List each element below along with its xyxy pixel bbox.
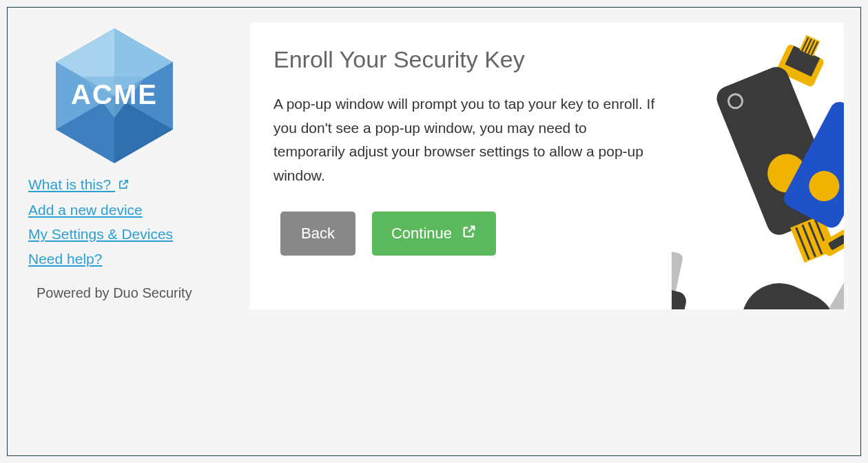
external-link-icon: [118, 174, 130, 197]
link-label: Add a new device: [28, 202, 143, 218]
svg-rect-35: [730, 271, 844, 309]
link-label: My Settings & Devices: [28, 226, 173, 242]
link-what-is-this[interactable]: What is this?: [28, 173, 130, 197]
continue-button-label: Continue: [391, 225, 452, 243]
sidebar-links: What is this? Add a new device My Settin…: [28, 173, 221, 271]
powered-by: Powered by Duo Security: [37, 285, 221, 301]
back-button[interactable]: Back: [280, 212, 355, 256]
link-label: What is this?: [28, 176, 111, 192]
svg-rect-37: [827, 271, 844, 309]
app-frame: ACME What is this? Add a new device My S…: [7, 7, 861, 456]
brand-text: ACME: [71, 79, 158, 110]
main-panel: Enroll Your Security Key A pop-up window…: [250, 23, 844, 309]
popup-icon: [462, 224, 477, 243]
body-text: A pop-up window will prompt you to tap y…: [273, 92, 659, 188]
svg-rect-31: [672, 250, 683, 295]
link-add-device[interactable]: Add a new device: [28, 198, 143, 222]
sidebar: ACME What is this? Add a new device My S…: [28, 28, 221, 301]
continue-button[interactable]: Continue: [372, 212, 496, 256]
link-label: Need help?: [28, 251, 102, 267]
security-keys-illustration: [672, 23, 844, 309]
link-settings-devices[interactable]: My Settings & Devices: [28, 223, 173, 246]
brand-logo: ACME: [28, 28, 221, 163]
back-button-label: Back: [301, 225, 335, 243]
hexagon-logo: ACME: [56, 28, 173, 163]
link-need-help[interactable]: Need help?: [28, 247, 102, 271]
